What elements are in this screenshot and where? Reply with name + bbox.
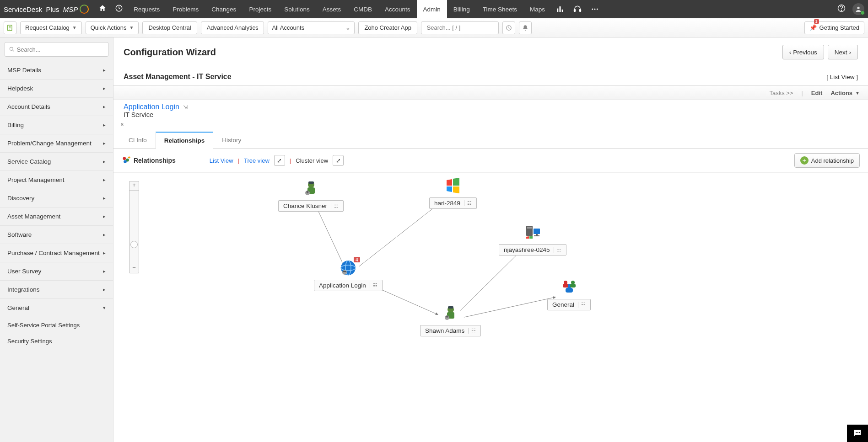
actions-dropdown[interactable]: Actions ▼ — [830, 90, 860, 96]
request-catalog-dropdown[interactable]: Request Catalog▼ — [20, 21, 82, 34]
node-menu-icon[interactable]: ☷ — [468, 328, 476, 334]
svg-point-6 — [592, 9, 593, 10]
sidebar-item-service-catalog[interactable]: Service Catalog▸ — [0, 153, 113, 171]
cluster-expand-icon[interactable]: ⤢ — [333, 155, 344, 166]
sidebar-item-problem-change-management[interactable]: Problem/Change Management▸ — [0, 134, 113, 153]
nav-changes[interactable]: Changes — [205, 0, 243, 18]
share-icon[interactable]: ⇲ — [183, 104, 188, 111]
sidebar-subitem-self-service-portal-settings[interactable]: Self-Service Portal Settings — [0, 317, 113, 333]
sidebar-item-general[interactable]: General▾ — [0, 299, 113, 317]
nav-projects[interactable]: Projects — [243, 0, 278, 18]
sidebar-item-integrations[interactable]: Integrations▸ — [0, 281, 113, 299]
sidebar-item-discovery[interactable]: Discovery▸ — [0, 189, 113, 208]
node-chance[interactable]: Chance Klusner☷ — [278, 178, 344, 212]
nav-maps[interactable]: Maps — [523, 0, 551, 18]
getting-started-button[interactable]: 📌 1 Getting Started — [804, 21, 864, 34]
tab-relationships[interactable]: Relationships — [156, 132, 214, 149]
nav-time-sheets[interactable]: Time Sheets — [476, 0, 523, 18]
node-label: Shawn Adams — [425, 327, 464, 334]
recent-icon[interactable] — [111, 4, 127, 15]
list-view-link[interactable]: [ List View ] — [826, 74, 858, 80]
svg-point-34 — [342, 270, 347, 275]
nav-requests[interactable]: Requests — [127, 0, 166, 18]
nav-support-icon[interactable] — [569, 0, 586, 18]
sidebar-search[interactable] — [5, 42, 108, 57]
sidebar-item-project-management[interactable]: Project Management▸ — [0, 171, 113, 189]
next-button[interactable]: Next › — [828, 45, 858, 59]
sidebar-item-user-survey[interactable]: User Survey▸ — [0, 262, 113, 281]
view-tree-link[interactable]: Tree view — [244, 157, 270, 164]
sidebar-item-billing[interactable]: Billing▸ — [0, 116, 113, 134]
nav-cmdb[interactable]: CMDB — [347, 0, 378, 18]
node-applogin[interactable]: 4Application Login☷ — [314, 258, 383, 291]
svg-rect-3 — [562, 10, 563, 12]
sidebar-item-account-details[interactable]: Account Details▸ — [0, 98, 113, 116]
nav-more-icon[interactable] — [586, 0, 604, 18]
nav-accounts[interactable]: Accounts — [378, 0, 417, 18]
node-hari[interactable]: hari-2849☷ — [429, 176, 477, 209]
page-title: Configuration Wizard — [124, 47, 216, 58]
zoho-creator-link[interactable]: Zoho Creator App — [358, 21, 417, 34]
svg-line-20 — [317, 208, 342, 263]
svg-point-47 — [564, 281, 567, 284]
sidebar-item-helpdesk[interactable]: Helpdesk▸ — [0, 80, 113, 98]
node-menu-icon[interactable]: ☷ — [464, 200, 472, 206]
svg-rect-30 — [307, 191, 308, 193]
node-label: General — [552, 301, 574, 308]
relationships-heading: + Relationships — [122, 156, 176, 165]
node-shawn[interactable]: Shawn Adams☷ — [420, 303, 481, 336]
sidebar-item-msp-details[interactable]: MSP Details▸ — [0, 61, 113, 80]
sidebar-item-purchase-contract-management[interactable]: Purchase / Contract Management▸ — [0, 244, 113, 262]
nav-assets[interactable]: Assets — [316, 0, 348, 18]
zoom-slider[interactable] — [129, 191, 139, 264]
svg-rect-2 — [560, 6, 561, 12]
global-search-input[interactable] — [427, 24, 504, 31]
ci-name-link[interactable]: Application Login — [124, 103, 179, 111]
group-icon — [559, 277, 579, 297]
zoom-out-button[interactable]: − — [129, 264, 139, 273]
notifications-icon[interactable] — [519, 21, 532, 34]
node-menu-icon[interactable]: ☷ — [554, 247, 561, 253]
node-menu-icon[interactable]: ☷ — [370, 282, 377, 288]
sidebar-item-software[interactable]: Software▸ — [0, 226, 113, 244]
add-relationship-button[interactable]: + Add relationship — [794, 153, 860, 168]
advanced-analytics-link[interactable]: Advanced Analytics — [201, 21, 264, 34]
node-general[interactable]: General☷ — [547, 277, 591, 310]
global-search[interactable] — [421, 21, 499, 34]
tree-expand-icon[interactable]: ⤢ — [274, 155, 285, 166]
node-badge: 4 — [354, 257, 360, 262]
svg-point-54 — [857, 432, 858, 433]
svg-rect-50 — [563, 284, 568, 288]
windows-icon — [443, 176, 463, 196]
help-icon[interactable] — [837, 4, 846, 15]
sidebar-item-asset-management[interactable]: Asset Management▸ — [0, 208, 113, 226]
sidebar-subitem-security-settings[interactable]: Security Settings — [0, 333, 113, 349]
view-list-link[interactable]: List View — [210, 157, 233, 164]
tab-history[interactable]: History — [213, 132, 250, 149]
desktop-central-link[interactable]: Desktop Central — [142, 21, 197, 34]
announcements-icon[interactable] — [502, 21, 515, 34]
nav-dashboards-icon[interactable] — [551, 0, 569, 18]
tasks-link[interactable]: Tasks >> — [769, 90, 793, 96]
previous-button[interactable]: ‹ Previous — [782, 45, 824, 59]
quick-actions-dropdown[interactable]: Quick Actions▼ — [86, 21, 139, 34]
nav-problems[interactable]: Problems — [166, 0, 205, 18]
nav-billing[interactable]: Billing — [447, 0, 476, 18]
svg-rect-46 — [447, 315, 447, 318]
account-select[interactable]: All Accounts⌄ — [268, 21, 355, 34]
home-icon[interactable] — [94, 4, 111, 15]
zoom-control[interactable]: + − — [129, 181, 139, 273]
edit-button[interactable]: Edit — [811, 90, 823, 96]
tab-ci-info[interactable]: CI Info — [120, 132, 156, 149]
node-njay[interactable]: njayashree-0245☷ — [499, 222, 566, 256]
nav-admin[interactable]: Admin — [417, 0, 447, 18]
chat-icon[interactable] — [847, 425, 868, 442]
svg-point-11 — [857, 7, 859, 9]
node-menu-icon[interactable]: ☷ — [331, 203, 339, 209]
sidebar-search-input[interactable] — [17, 46, 104, 53]
node-menu-icon[interactable]: ☷ — [578, 302, 586, 308]
zoom-in-button[interactable]: + — [129, 181, 139, 191]
new-template-icon[interactable] — [4, 21, 16, 34]
nav-solutions[interactable]: Solutions — [278, 0, 316, 18]
user-avatar[interactable] — [852, 3, 864, 15]
